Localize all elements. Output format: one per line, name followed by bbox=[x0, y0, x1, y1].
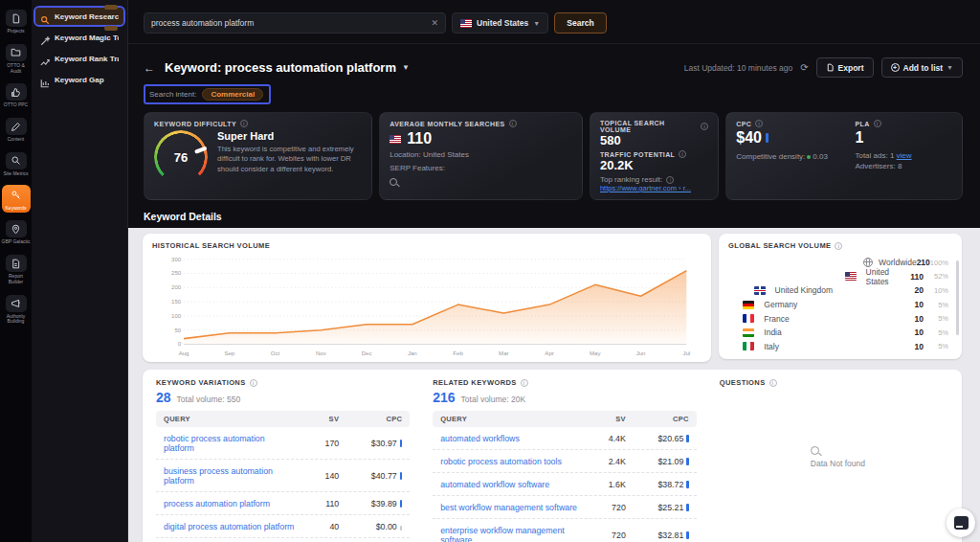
new-badge bbox=[104, 5, 118, 10]
title-chevron-down-icon[interactable]: ▼ bbox=[402, 63, 410, 72]
site-metrics-icon bbox=[6, 152, 27, 169]
advertisers-text: Advertisers: 8 bbox=[855, 162, 952, 170]
keyword-header: ← Keyword: process automation platform ▼… bbox=[128, 44, 980, 78]
fr-flag-icon bbox=[743, 314, 754, 323]
info-icon[interactable] bbox=[679, 150, 686, 158]
questions-section: QUESTIONS Data Not found bbox=[720, 378, 948, 542]
sidebar-item-site-metrics[interactable]: Site Metrics bbox=[2, 150, 31, 179]
chat-widget-button[interactable] bbox=[947, 508, 975, 537]
svg-text:250: 250 bbox=[171, 269, 182, 276]
scrollbar[interactable] bbox=[956, 260, 959, 335]
table-row: automated workflows 4.4K $20.65 bbox=[433, 427, 697, 450]
global-row-germany[interactable]: Germany 10 5% bbox=[728, 298, 952, 312]
keyword-difficulty-card: KEYWORD DIFFICULTY 76 Super Hard This ke… bbox=[144, 112, 372, 200]
export-button[interactable]: Export bbox=[816, 57, 874, 78]
keyword-search-box: ✕ bbox=[144, 12, 446, 34]
sidebar-item-projects[interactable]: Projects bbox=[2, 8, 31, 36]
global-volume-list: Worldwide 210 100% United States 110 52% bbox=[728, 256, 952, 353]
details-section: HISTORICAL SEARCH VOLUME 050100150200250… bbox=[128, 228, 980, 542]
table-row: enterprise workflow management software … bbox=[433, 519, 697, 542]
info-icon[interactable] bbox=[509, 120, 517, 127]
global-row-italy[interactable]: Italy 10 5% bbox=[728, 340, 952, 354]
svg-text:100: 100 bbox=[171, 312, 182, 319]
new-badge bbox=[104, 26, 118, 31]
clear-search-icon[interactable]: ✕ bbox=[431, 18, 438, 28]
keyword-link[interactable]: digital process automation platform bbox=[164, 522, 295, 531]
global-row-worldwide[interactable]: Worldwide 210 100% bbox=[728, 256, 952, 270]
cpc-bar-icon bbox=[400, 472, 403, 480]
menu-item-keyword-rank-tracker[interactable]: Keyword Rank Trac... bbox=[35, 50, 123, 67]
table-row: low code process automation platform 40 … bbox=[156, 538, 410, 542]
keyword-variations-section: KEYWORD VARIATIONS 28 Total volume: 550 … bbox=[156, 378, 410, 542]
keyword-link[interactable]: automated workflows bbox=[440, 434, 582, 443]
gap-chart-icon bbox=[40, 75, 50, 84]
sidebar-item-gbp-galactic[interactable]: GBP Galactic bbox=[2, 218, 31, 247]
menu-item-keyword-magic-tool[interactable]: Keyword Magic Tool bbox=[35, 29, 123, 46]
view-ads-link[interactable]: view bbox=[897, 151, 912, 160]
global-row-united-states[interactable]: United States 110 52% bbox=[728, 270, 952, 284]
info-icon[interactable] bbox=[666, 176, 674, 184]
main-content: ✕ United States ▼ Search ← Keyword: proc… bbox=[128, 0, 980, 542]
report-icon bbox=[6, 255, 27, 272]
keyword-link[interactable]: best workflow management software bbox=[440, 503, 582, 512]
global-row-india[interactable]: India 10 5% bbox=[728, 326, 952, 340]
key-icon bbox=[6, 187, 27, 204]
us-flag-icon bbox=[390, 135, 401, 144]
table-row: automated workflow software 1.6K $38.72 bbox=[433, 473, 697, 496]
info-icon[interactable] bbox=[701, 123, 708, 130]
search-button[interactable]: Search bbox=[554, 12, 606, 34]
keyword-link[interactable]: enterprise workflow management software bbox=[440, 526, 582, 542]
keyword-link[interactable]: process automation platform bbox=[164, 499, 295, 508]
keyword-link[interactable]: automated workflow software bbox=[440, 480, 582, 489]
refresh-icon[interactable]: ⟳ bbox=[800, 62, 808, 73]
info-icon[interactable] bbox=[769, 379, 777, 387]
traffic-potential-value: 20.2K bbox=[600, 158, 708, 172]
keyword-link[interactable]: robotic process automation tools bbox=[440, 457, 582, 466]
global-row-united-kingdom[interactable]: United Kingdom 20 10% bbox=[728, 283, 952, 298]
back-arrow-icon[interactable]: ← bbox=[144, 61, 155, 75]
us-flag-icon bbox=[845, 272, 857, 281]
chat-icon bbox=[954, 516, 969, 530]
plus-icon: + bbox=[891, 63, 900, 72]
difficulty-level: Super Hard bbox=[217, 130, 362, 142]
related-keywords-section: RELATED KEYWORDS 216 Total volume: 20K Q… bbox=[433, 378, 697, 542]
keyword-search-input[interactable] bbox=[151, 18, 431, 28]
icon-sidebar: Projects OTTO & Audit OTTO PPC Content S… bbox=[0, 0, 32, 542]
info-icon[interactable] bbox=[521, 379, 528, 387]
keyword-link[interactable]: robotic process automation platform bbox=[164, 434, 295, 453]
pencil-icon bbox=[6, 118, 27, 135]
table-header: QUERY SV CPC bbox=[156, 411, 410, 427]
info-icon[interactable] bbox=[240, 120, 248, 127]
sidebar-item-authority-building[interactable]: Authority Building bbox=[2, 293, 31, 327]
related-count: 216 bbox=[433, 390, 455, 405]
keyword-link[interactable]: business process automation platform bbox=[164, 466, 295, 486]
menu-item-keyword-research[interactable]: Keyword Research bbox=[35, 8, 123, 25]
cpc-bar-icon bbox=[400, 526, 403, 531]
info-icon[interactable] bbox=[835, 242, 842, 250]
country-dropdown[interactable]: United States ▼ bbox=[452, 12, 548, 34]
add-to-list-button[interactable]: + Add to list ▼ bbox=[881, 57, 964, 78]
chevron-down-icon: ▼ bbox=[947, 64, 953, 71]
svg-text:0: 0 bbox=[178, 340, 182, 347]
magic-wand-icon bbox=[40, 33, 50, 42]
menu-item-keyword-gap[interactable]: Keyword Gap bbox=[35, 71, 123, 88]
sidebar-item-otto-ppc[interactable]: OTTO PPC bbox=[2, 81, 31, 110]
thumbs-up-icon bbox=[6, 83, 27, 101]
density-dot-icon bbox=[807, 155, 811, 159]
info-icon[interactable] bbox=[755, 120, 763, 127]
intent-commercial-badge[interactable]: Commercial bbox=[202, 88, 263, 101]
pla-value: 1 bbox=[855, 129, 952, 147]
top-ranking-result-link[interactable]: https://www.gartner.com › r... bbox=[600, 184, 708, 192]
info-icon[interactable] bbox=[874, 120, 881, 127]
topical-volume-value: 580 bbox=[600, 133, 708, 147]
table-row: best workflow management software 720 $2… bbox=[433, 496, 697, 519]
svg-text:Aug: Aug bbox=[179, 350, 189, 356]
global-row-france[interactable]: France 10 5% bbox=[728, 311, 952, 326]
sidebar-item-report-builder[interactable]: Report Builder bbox=[2, 253, 31, 287]
sidebar-item-content[interactable]: Content bbox=[2, 116, 31, 145]
sidebar-item-keywords[interactable]: Keywords bbox=[2, 185, 31, 214]
sidebar-item-otto-audit[interactable]: OTTO & Audit bbox=[2, 42, 31, 77]
svg-text:Jan: Jan bbox=[408, 350, 417, 356]
info-icon[interactable] bbox=[250, 379, 257, 387]
cpc-bar-icon bbox=[686, 504, 689, 511]
